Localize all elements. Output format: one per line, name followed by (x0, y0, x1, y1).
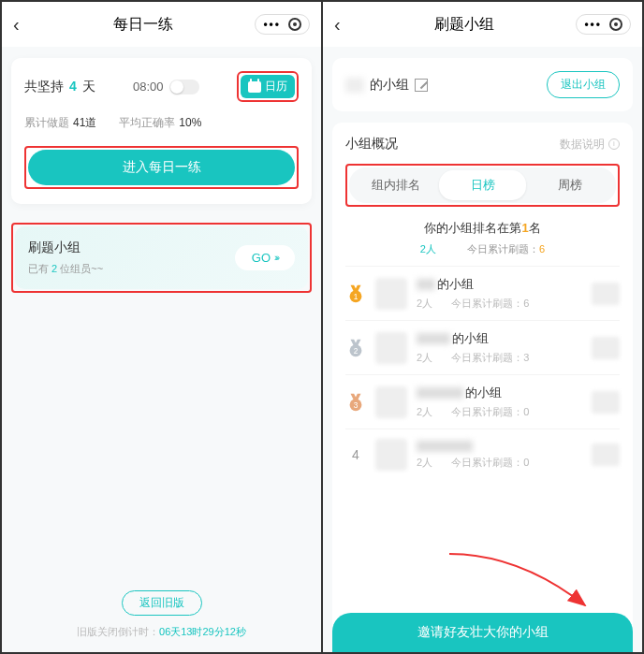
item-sub: 2人今日累计刷题：0 (417, 456, 582, 470)
blurred-text (345, 78, 364, 93)
blurred-text (417, 333, 450, 344)
invite-button[interactable]: 邀请好友壮大你的小组 (332, 613, 633, 652)
overview-label: 小组概况 (345, 136, 398, 153)
persist-label: 共坚持 4 天 (24, 79, 95, 95)
countdown-label: 旧版关闭倒计时：06天13时29分12秒 (2, 625, 321, 639)
menu-icon[interactable]: ••• (584, 18, 602, 31)
stats-row: 累计做题41道 平均正确率10% (24, 115, 299, 131)
summary-card: 共坚持 4 天 08:00 日历 累计做题41道 平均正确率10% 进入每日一练 (11, 58, 312, 204)
header: ‹ 刷题小组 ••• (323, 2, 642, 47)
blurred-text (417, 279, 435, 290)
daily-practice-screen: ‹ 每日一练 ••• 共坚持 4 天 08:00 日历 (2, 2, 321, 652)
edit-icon[interactable] (415, 79, 428, 92)
item-name (417, 441, 582, 452)
info-icon: i (608, 138, 620, 150)
back-icon[interactable]: ‹ (334, 14, 353, 36)
calendar-icon (248, 81, 261, 93)
footer: 返回旧版 旧版关闭倒计时：06天13时29分12秒 (2, 590, 321, 652)
medal-icon: 2 (345, 338, 366, 358)
target-icon[interactable] (609, 18, 622, 31)
menu-icon[interactable]: ••• (263, 18, 281, 31)
old-version-button[interactable]: 返回旧版 (122, 590, 202, 616)
quit-group-button[interactable]: 退出小组 (547, 71, 620, 98)
calendar-button[interactable]: 日历 (237, 71, 299, 102)
blurred-text (417, 387, 463, 399)
item-info: 的小组2人今日累计刷题：6 (417, 276, 582, 311)
your-rank: 你的小组排名在第1名 2人 今日累计刷题：6 (345, 220, 620, 256)
header: ‹ 每日一练 ••• (2, 2, 321, 47)
medal-icon: 3 (345, 392, 366, 413)
capsule: ••• (255, 14, 310, 35)
reminder-toggle[interactable]: 08:00 (133, 80, 199, 94)
avatar (375, 332, 407, 364)
data-info-button[interactable]: 数据说明 i (560, 137, 620, 153)
group-card-sub: 已有 2 位组员~~ (28, 262, 103, 276)
group-screen: ‹ 刷题小组 ••• 的小组 退出小组 小组概况 数据说明 i (321, 2, 642, 652)
thumbnail (592, 283, 620, 305)
group-card[interactable]: 刷题小组 已有 2 位组员~~ GO››› (15, 226, 308, 289)
svg-text:2: 2 (354, 347, 359, 356)
item-name: 的小组 (417, 385, 582, 401)
back-icon[interactable]: ‹ (13, 14, 32, 36)
item-sub: 2人今日累计刷题：0 (417, 405, 582, 419)
tab-weekly[interactable]: 周榜 (526, 170, 613, 200)
capsule: ••• (576, 14, 631, 35)
item-sub: 2人今日累计刷题：6 (417, 297, 582, 311)
item-name: 的小组 (417, 276, 582, 293)
list-item[interactable]: 3的小组2人今日累计刷题：0 (345, 374, 620, 429)
rank-tabs: 组内排名 日榜 周榜 (349, 167, 616, 203)
item-info: 的小组2人今日累计刷题：0 (417, 385, 582, 419)
blurred-text (417, 441, 473, 452)
tab-daily[interactable]: 日榜 (439, 170, 526, 200)
list-item[interactable]: 2的小组2人今日累计刷题：3 (345, 320, 620, 374)
svg-text:1: 1 (354, 293, 359, 301)
rank-number: 4 (345, 447, 366, 462)
rank-list: 1的小组2人今日累计刷题：62的小组2人今日累计刷题：33的小组2人今日累计刷题… (345, 266, 620, 652)
group-name: 的小组 (345, 77, 428, 94)
avatar (375, 278, 407, 310)
avatar (375, 386, 407, 418)
chevron-right-icon: ››› (274, 253, 278, 263)
switch-icon[interactable] (169, 80, 199, 94)
thumbnail (592, 443, 620, 466)
avatar (375, 439, 407, 471)
item-name: 的小组 (417, 330, 582, 347)
thumbnail (592, 391, 620, 414)
go-button[interactable]: GO››› (235, 245, 295, 270)
group-card-title: 刷题小组 (28, 240, 103, 256)
list-item[interactable]: 42人今日累计刷题：0 (345, 429, 620, 480)
target-icon[interactable] (288, 18, 301, 31)
item-info: 2人今日累计刷题：0 (417, 441, 582, 470)
svg-text:3: 3 (354, 401, 359, 410)
enter-daily-button[interactable]: 进入每日一练 (28, 150, 295, 185)
page-title: 刷题小组 (353, 15, 576, 35)
tab-group-rank[interactable]: 组内排名 (352, 170, 439, 200)
overview-card: 小组概况 数据说明 i 组内排名 日榜 周榜 你的小组排名在第1名 2人 今日累… (332, 123, 633, 652)
item-sub: 2人今日累计刷题：3 (417, 351, 582, 365)
group-header-card: 的小组 退出小组 (332, 58, 633, 111)
list-item[interactable]: 1的小组2人今日累计刷题：6 (345, 266, 620, 320)
page-title: 每日一练 (32, 15, 255, 35)
thumbnail (592, 337, 620, 359)
item-info: 的小组2人今日累计刷题：3 (417, 330, 582, 365)
medal-icon: 1 (345, 283, 366, 304)
